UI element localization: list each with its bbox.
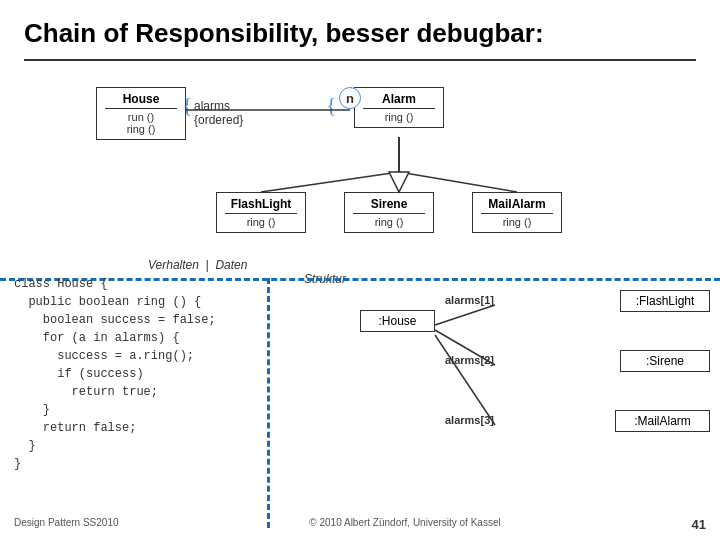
alarms1-label: alarms[1] [445,294,494,306]
code-line-9: return false; [14,419,216,437]
n-multiplicity: n [339,87,361,109]
alarms3-label: alarms[3] [445,414,494,426]
uml-diagram: House run ()ring () Alarm ring () FlashL… [24,77,696,297]
mailalarm-title: MailAlarm [481,197,553,214]
code-line-2: public boolean ring () { [14,293,216,311]
curly-right-icon: { [326,92,337,118]
alarm-methods: ring () [363,111,435,123]
sirene-instance-label: :Sirene [646,354,684,368]
code-area: class House { public boolean ring () { b… [14,275,216,473]
alarm-uml-box: Alarm ring () [354,87,444,128]
footer-left: Design Pattern SS2010 [14,517,119,532]
house-uml-box: House run ()ring () [96,87,186,140]
footer-center: © 2010 Albert Zündorf, University of Kas… [309,517,500,532]
curly-left-icon: } [182,92,193,118]
flashlight-methods: ring () [225,216,297,228]
code-line-10: } [14,437,216,455]
flashlight-instance-box: :FlashLight [620,290,710,312]
page-title: Chain of Responsibility, besser debugbar… [24,18,696,49]
sirene-title: Sirene [353,197,425,214]
sirene-methods: ring () [353,216,425,228]
page: Chain of Responsibility, besser debugbar… [0,0,720,540]
svg-line-7 [435,305,495,325]
vertical-dashed-divider [267,278,270,528]
flashlight-uml-box: FlashLight ring () [216,192,306,233]
code-line-3: boolean success = false; [14,311,216,329]
house-methods: run ()ring () [105,111,177,135]
alarms2-label: alarms[2] [445,354,494,366]
mailalarm-methods: ring () [481,216,553,228]
alarm-title: Alarm [363,92,435,109]
flashlight-instance-label: :FlashLight [636,294,695,308]
code-line-8: } [14,401,216,419]
house-title: House [105,92,177,109]
code-line-4: for (a in alarms) { [14,329,216,347]
house-instance-box: :House [360,310,435,332]
code-line-1: class House { [14,275,216,293]
code-line-11: } [14,455,216,473]
sirene-instance-box: :Sirene [620,350,710,372]
code-line-6: if (success) [14,365,216,383]
mailalarm-uml-box: MailAlarm ring () [472,192,562,233]
svg-line-5 [399,172,517,192]
alarms-label: alarms{ordered} [194,99,243,127]
mailalarm-instance-box: :MailAlarm [615,410,710,432]
flashlight-title: FlashLight [225,197,297,214]
svg-marker-6 [389,172,409,192]
sirene-uml-box: Sirene ring () [344,192,434,233]
svg-line-2 [261,172,399,192]
verhalten-label: Verhalten [148,258,199,272]
page-number: 41 [692,517,706,532]
footer: Design Pattern SS2010 © 2010 Albert Zünd… [14,517,706,532]
daten-label: Daten [215,258,247,272]
house-instance-label: :House [378,314,416,328]
title-divider [24,59,696,61]
verhalten-daten-label: Verhalten | Daten [148,258,247,272]
mailalarm-instance-label: :MailAlarm [634,414,691,428]
svg-line-9 [435,335,495,425]
code-line-5: success = a.ring(); [14,347,216,365]
code-line-7: return true; [14,383,216,401]
